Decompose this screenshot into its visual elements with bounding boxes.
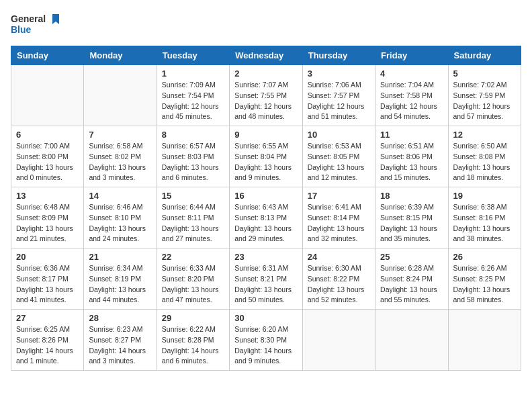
calendar-header-row: SundayMondayTuesdayWednesdayThursdayFrid… <box>11 46 521 65</box>
calendar-cell: 14Sunrise: 6:46 AM Sunset: 8:10 PM Dayli… <box>84 187 157 248</box>
day-number: 24 <box>308 252 370 262</box>
calendar-week-3: 13Sunrise: 6:48 AM Sunset: 8:09 PM Dayli… <box>11 187 521 248</box>
calendar-cell: 13Sunrise: 6:48 AM Sunset: 8:09 PM Dayli… <box>11 187 84 248</box>
col-header-monday: Monday <box>84 46 157 65</box>
day-number: 20 <box>16 252 79 262</box>
day-number: 2 <box>234 68 297 79</box>
day-info: Sunrise: 6:26 AM Sunset: 8:25 PM Dayligh… <box>453 263 516 306</box>
calendar-cell: 8Sunrise: 6:57 AM Sunset: 8:03 PM Daylig… <box>157 126 229 187</box>
col-header-friday: Friday <box>375 46 448 65</box>
col-header-saturday: Saturday <box>448 46 521 65</box>
calendar-cell: 3Sunrise: 7:06 AM Sunset: 7:57 PM Daylig… <box>302 65 375 126</box>
day-number: 4 <box>380 68 443 79</box>
calendar-cell: 10Sunrise: 6:53 AM Sunset: 8:05 PM Dayli… <box>302 126 375 187</box>
day-number: 3 <box>308 68 370 79</box>
day-number: 23 <box>234 252 297 262</box>
day-info: Sunrise: 6:51 AM Sunset: 8:06 PM Dayligh… <box>380 141 443 183</box>
day-info: Sunrise: 6:22 AM Sunset: 8:28 PM Dayligh… <box>162 324 224 367</box>
svg-text:Blue: Blue <box>11 24 32 35</box>
calendar-cell <box>302 310 375 371</box>
day-number: 13 <box>16 191 79 201</box>
calendar-cell: 7Sunrise: 6:58 AM Sunset: 8:02 PM Daylig… <box>84 126 157 187</box>
calendar-cell: 9Sunrise: 6:55 AM Sunset: 8:04 PM Daylig… <box>230 126 302 187</box>
day-number: 26 <box>453 252 516 262</box>
logo-svg: GeneralBlue <box>11 11 64 38</box>
day-info: Sunrise: 6:28 AM Sunset: 8:24 PM Dayligh… <box>380 263 443 306</box>
day-info: Sunrise: 6:38 AM Sunset: 8:16 PM Dayligh… <box>453 202 516 244</box>
calendar-cell: 23Sunrise: 6:31 AM Sunset: 8:21 PM Dayli… <box>230 248 302 310</box>
day-info: Sunrise: 6:55 AM Sunset: 8:04 PM Dayligh… <box>234 141 297 183</box>
calendar-cell: 4Sunrise: 7:04 AM Sunset: 7:58 PM Daylig… <box>375 65 448 126</box>
calendar-cell: 20Sunrise: 6:36 AM Sunset: 8:17 PM Dayli… <box>11 248 84 310</box>
day-info: Sunrise: 6:34 AM Sunset: 8:19 PM Dayligh… <box>89 263 151 306</box>
logo: GeneralBlue <box>11 11 64 38</box>
svg-marker-2 <box>52 14 59 24</box>
col-header-thursday: Thursday <box>302 46 375 65</box>
day-number: 28 <box>89 313 151 323</box>
day-info: Sunrise: 6:53 AM Sunset: 8:05 PM Dayligh… <box>308 141 370 183</box>
day-number: 19 <box>453 191 516 201</box>
day-info: Sunrise: 6:30 AM Sunset: 8:22 PM Dayligh… <box>308 263 370 306</box>
calendar-cell: 6Sunrise: 7:00 AM Sunset: 8:00 PM Daylig… <box>11 126 84 187</box>
calendar-cell: 24Sunrise: 6:30 AM Sunset: 8:22 PM Dayli… <box>302 248 375 310</box>
calendar-week-1: 1Sunrise: 7:09 AM Sunset: 7:54 PM Daylig… <box>11 65 521 126</box>
calendar-cell <box>448 310 521 371</box>
calendar-cell <box>11 65 84 126</box>
day-info: Sunrise: 7:07 AM Sunset: 7:55 PM Dayligh… <box>234 80 297 122</box>
calendar-cell: 27Sunrise: 6:25 AM Sunset: 8:26 PM Dayli… <box>11 310 84 371</box>
day-info: Sunrise: 6:39 AM Sunset: 8:15 PM Dayligh… <box>380 202 443 244</box>
calendar-cell: 26Sunrise: 6:26 AM Sunset: 8:25 PM Dayli… <box>448 248 521 310</box>
calendar-cell: 2Sunrise: 7:07 AM Sunset: 7:55 PM Daylig… <box>230 65 302 126</box>
calendar-cell: 21Sunrise: 6:34 AM Sunset: 8:19 PM Dayli… <box>84 248 157 310</box>
day-info: Sunrise: 7:00 AM Sunset: 8:00 PM Dayligh… <box>16 141 79 183</box>
day-info: Sunrise: 6:36 AM Sunset: 8:17 PM Dayligh… <box>16 263 79 306</box>
calendar-cell: 17Sunrise: 6:41 AM Sunset: 8:14 PM Dayli… <box>302 187 375 248</box>
calendar-week-4: 20Sunrise: 6:36 AM Sunset: 8:17 PM Dayli… <box>11 248 521 310</box>
calendar-cell: 25Sunrise: 6:28 AM Sunset: 8:24 PM Dayli… <box>375 248 448 310</box>
day-info: Sunrise: 6:31 AM Sunset: 8:21 PM Dayligh… <box>234 263 297 306</box>
day-info: Sunrise: 6:48 AM Sunset: 8:09 PM Dayligh… <box>16 202 79 244</box>
day-info: Sunrise: 7:02 AM Sunset: 7:59 PM Dayligh… <box>453 80 516 122</box>
day-number: 21 <box>89 252 151 262</box>
day-number: 1 <box>162 68 224 79</box>
day-number: 30 <box>234 313 297 323</box>
col-header-wednesday: Wednesday <box>230 46 302 65</box>
calendar-cell <box>84 65 157 126</box>
day-info: Sunrise: 7:09 AM Sunset: 7:54 PM Dayligh… <box>162 80 224 122</box>
calendar-cell <box>375 310 448 371</box>
day-number: 9 <box>234 130 297 140</box>
calendar-week-5: 27Sunrise: 6:25 AM Sunset: 8:26 PM Dayli… <box>11 310 521 371</box>
col-header-tuesday: Tuesday <box>157 46 229 65</box>
calendar-cell: 5Sunrise: 7:02 AM Sunset: 7:59 PM Daylig… <box>448 65 521 126</box>
calendar-cell: 12Sunrise: 6:50 AM Sunset: 8:08 PM Dayli… <box>448 126 521 187</box>
day-info: Sunrise: 7:06 AM Sunset: 7:57 PM Dayligh… <box>308 80 370 122</box>
calendar-cell: 22Sunrise: 6:33 AM Sunset: 8:20 PM Dayli… <box>157 248 229 310</box>
calendar-week-2: 6Sunrise: 7:00 AM Sunset: 8:00 PM Daylig… <box>11 126 521 187</box>
day-info: Sunrise: 6:46 AM Sunset: 8:10 PM Dayligh… <box>89 202 151 244</box>
day-number: 15 <box>162 191 224 201</box>
calendar-table: SundayMondayTuesdayWednesdayThursdayFrid… <box>11 46 521 371</box>
calendar-cell: 19Sunrise: 6:38 AM Sunset: 8:16 PM Dayli… <box>448 187 521 248</box>
day-number: 22 <box>162 252 224 262</box>
calendar-cell: 15Sunrise: 6:44 AM Sunset: 8:11 PM Dayli… <box>157 187 229 248</box>
day-number: 17 <box>308 191 370 201</box>
day-number: 25 <box>380 252 443 262</box>
calendar-cell: 16Sunrise: 6:43 AM Sunset: 8:13 PM Dayli… <box>230 187 302 248</box>
day-info: Sunrise: 6:43 AM Sunset: 8:13 PM Dayligh… <box>234 202 297 244</box>
day-info: Sunrise: 6:57 AM Sunset: 8:03 PM Dayligh… <box>162 141 224 183</box>
calendar-cell: 28Sunrise: 6:23 AM Sunset: 8:27 PM Dayli… <box>84 310 157 371</box>
day-number: 12 <box>453 130 516 140</box>
day-info: Sunrise: 6:25 AM Sunset: 8:26 PM Dayligh… <box>16 324 79 367</box>
day-number: 16 <box>234 191 297 201</box>
day-info: Sunrise: 6:50 AM Sunset: 8:08 PM Dayligh… <box>453 141 516 183</box>
header: GeneralBlue <box>11 11 521 38</box>
calendar-cell: 1Sunrise: 7:09 AM Sunset: 7:54 PM Daylig… <box>157 65 229 126</box>
day-number: 29 <box>162 313 224 323</box>
day-number: 10 <box>308 130 370 140</box>
day-number: 8 <box>162 130 224 140</box>
day-number: 6 <box>16 130 79 140</box>
day-info: Sunrise: 7:04 AM Sunset: 7:58 PM Dayligh… <box>380 80 443 122</box>
day-info: Sunrise: 6:44 AM Sunset: 8:11 PM Dayligh… <box>162 202 224 244</box>
col-header-sunday: Sunday <box>11 46 84 65</box>
calendar-cell: 30Sunrise: 6:20 AM Sunset: 8:30 PM Dayli… <box>230 310 302 371</box>
